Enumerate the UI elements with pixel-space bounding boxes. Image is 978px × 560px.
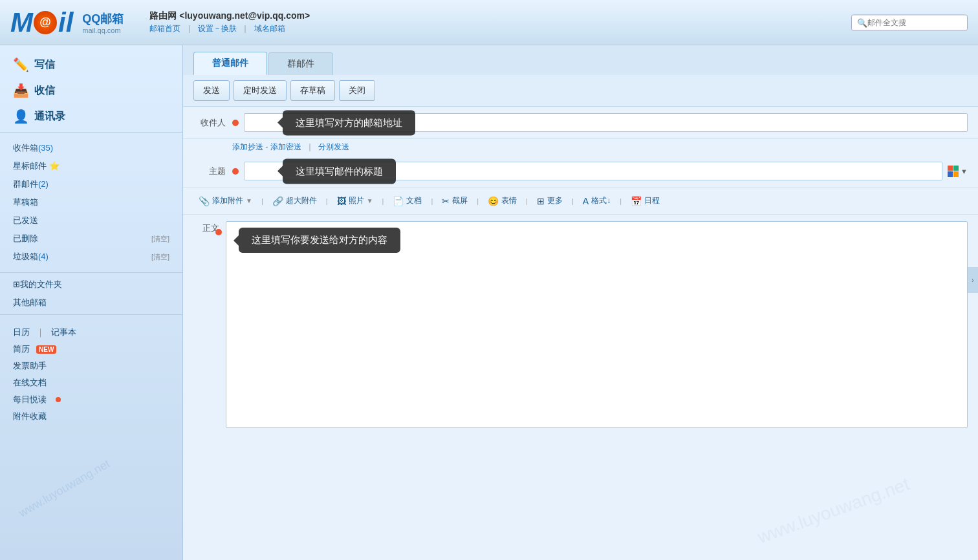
body-editor-wrap: 这里填写你要发送给对方的内容 xyxy=(226,215,968,430)
to-label: 收件人 xyxy=(193,117,226,129)
schedule-icon: 📅 xyxy=(631,196,642,206)
logo-qq-text: QQ邮箱 mail.qq.com xyxy=(82,11,124,34)
sidebar-divider3 xyxy=(0,314,182,315)
subject-row: 主题 这里填写邮件的标题 ▼ xyxy=(183,155,978,188)
folder-starred-name: 星标邮件 ⭐ xyxy=(13,160,60,172)
sidebar-item-invoice[interactable]: 发票助手 xyxy=(13,358,169,374)
brand-name: QQ邮箱 xyxy=(82,11,124,27)
add-attachment-btn[interactable]: 📎 添加附件 ▼ xyxy=(193,193,257,209)
emoji-btn[interactable]: 😊 表情 xyxy=(483,193,522,209)
scroll-right-indicator[interactable]: › xyxy=(968,267,978,293)
sidebar-item-docs[interactable]: 在线文档 xyxy=(13,374,169,391)
large-attachment-icon: 🔗 xyxy=(272,196,283,206)
brand-sub: mail.qq.com xyxy=(82,27,124,34)
folder-deleted-name: 已删除 xyxy=(13,233,38,244)
logo-il: il xyxy=(58,9,73,36)
sidebar-item-resume[interactable]: 简历 NEW xyxy=(13,341,169,358)
search-box[interactable]: 🔍 xyxy=(851,14,968,30)
document-icon: 📄 xyxy=(393,196,404,206)
sidebar-contacts[interactable]: 👤 通讯录 xyxy=(0,103,182,129)
attachment-icon: 📎 xyxy=(199,196,210,206)
my-folders-label: ⊞我的文件夹 xyxy=(13,279,62,289)
subject-color-picker[interactable]: ▼ xyxy=(948,166,968,177)
add-cc-link[interactable]: 添加抄送 xyxy=(232,142,263,151)
body-editor[interactable] xyxy=(226,221,968,428)
sidebar-write[interactable]: ✏️ 写信 xyxy=(0,52,182,78)
logo: M @ il xyxy=(10,9,73,36)
logo-m: M xyxy=(10,9,32,36)
search-icon: 🔍 xyxy=(857,17,867,27)
sidebar-item-group[interactable]: 群邮件(2) xyxy=(0,175,182,193)
nav-home[interactable]: 邮箱首页 xyxy=(149,24,180,33)
sidebar: ✏️ 写信 📥 收信 👤 通讯录 收件箱(35) 星标邮件 ⭐ 群邮件(2) xyxy=(0,45,183,560)
compose-toolbar: 发送 定时发送 存草稿 关闭 xyxy=(183,75,978,107)
folder-group-name: 群邮件(2) xyxy=(13,178,49,190)
sidebar-inbox[interactable]: 📥 收信 xyxy=(0,78,182,103)
sidebar-other-mailbox[interactable]: 其他邮箱 xyxy=(0,294,182,312)
header: M @ il QQ邮箱 mail.qq.com 路由网 <luyouwang.n… xyxy=(0,0,978,45)
sidebar-watermark: www.luyouwang.net xyxy=(16,457,112,521)
sidebar-item-reading[interactable]: 每日悦读 xyxy=(13,391,169,408)
send-separately-link[interactable]: 分别发送 xyxy=(318,142,349,151)
subject-input[interactable] xyxy=(244,162,942,180)
other-mailbox-label: 其他邮箱 xyxy=(13,297,47,307)
logo-circle: @ xyxy=(34,11,57,34)
nav-settings[interactable]: 设置－换肤 xyxy=(198,24,237,33)
body-label: 正文 xyxy=(193,215,226,430)
compose-tabs: 普通邮件 群邮件 xyxy=(183,45,978,75)
sidebar-inbox-label: 收信 xyxy=(34,84,55,98)
sidebar-item-deleted[interactable]: 已删除 [清空] xyxy=(0,230,182,248)
color-picker-arrow: ▼ xyxy=(961,167,968,175)
sidebar-divider2 xyxy=(0,272,182,273)
schedule-btn[interactable]: 📅 日程 xyxy=(625,193,665,209)
sidebar-item-sent[interactable]: 已发送 xyxy=(0,211,182,230)
large-attachment-btn[interactable]: 🔗 超大附件 xyxy=(267,193,322,209)
attachment-toolbar: 📎 添加附件 ▼ | 🔗 超大附件 | 🖼 照片 ▼ | 📄 xyxy=(183,188,978,215)
sidebar-item-attachments[interactable]: 附件收藏 xyxy=(13,408,169,425)
close-button[interactable]: 关闭 xyxy=(339,80,375,101)
subject-required-indicator xyxy=(232,168,239,175)
cc-row: 添加抄送 - 添加密送 ｜ 分别发送 xyxy=(183,139,978,155)
sidebar-item-inbox[interactable]: 收件箱(35) xyxy=(0,139,182,157)
contacts-icon: 👤 xyxy=(13,109,29,124)
screenshot-btn[interactable]: ✂ 截屏 xyxy=(437,193,473,209)
nav-links: 邮箱首页 ｜ 设置－换肤 ｜ 域名邮箱 xyxy=(149,23,310,34)
folder-inbox-name: 收件箱(35) xyxy=(13,142,53,154)
folder-deleted-action[interactable]: [清空] xyxy=(151,234,169,244)
save-draft-button[interactable]: 存草稿 xyxy=(290,80,335,101)
tab-group[interactable]: 群邮件 xyxy=(268,52,333,75)
user-display-name: 路由网 <luyouwang.net@vip.qq.com> xyxy=(149,10,310,22)
schedule-send-button[interactable]: 定时发送 xyxy=(234,80,287,101)
main-layout: ✏️ 写信 📥 收信 👤 通讯录 收件箱(35) 星标邮件 ⭐ 群邮件(2) xyxy=(0,45,978,560)
sidebar-item-drafts[interactable]: 草稿箱 xyxy=(0,193,182,211)
inbox-icon: 📥 xyxy=(13,83,29,98)
tab-normal[interactable]: 普通邮件 xyxy=(193,52,267,75)
sidebar-item-spam[interactable]: 垃圾箱(4) [清空] xyxy=(0,248,182,266)
folder-drafts-name: 草稿箱 xyxy=(13,197,38,208)
to-input[interactable] xyxy=(244,113,968,132)
write-icon: ✏️ xyxy=(13,57,29,72)
sidebar-item-calendar[interactable]: 日历 ｜ 记事本 xyxy=(13,324,169,341)
photo-btn[interactable]: 🖼 照片 ▼ xyxy=(332,193,378,209)
more-btn[interactable]: ⊞ 更多 xyxy=(532,193,568,209)
sidebar-contacts-label: 通讯录 xyxy=(34,110,65,124)
sidebar-item-starred[interactable]: 星标邮件 ⭐ xyxy=(0,157,182,175)
nav-domain[interactable]: 域名邮箱 xyxy=(254,24,285,33)
sidebar-my-folders[interactable]: ⊞我的文件夹 xyxy=(0,275,182,294)
to-required-indicator xyxy=(232,120,239,126)
screenshot-icon: ✂ xyxy=(442,196,450,206)
to-input-wrap: 这里填写对方的邮箱地址 xyxy=(244,113,968,132)
add-bcc-link[interactable]: 添加密送 xyxy=(270,142,301,151)
sidebar-divider xyxy=(0,132,182,133)
subject-input-wrap: 这里填写邮件的标题 ▼ xyxy=(244,162,968,180)
format-btn[interactable]: A 格式↓ xyxy=(578,193,616,209)
subject-label: 主题 xyxy=(193,166,226,177)
send-button[interactable]: 发送 xyxy=(193,80,230,101)
to-row: 收件人 这里填写对方的邮箱地址 xyxy=(183,107,978,139)
document-btn[interactable]: 📄 文档 xyxy=(387,193,427,209)
body-required-indicator xyxy=(215,229,222,235)
folder-sent-name: 已发送 xyxy=(13,215,38,226)
search-input[interactable] xyxy=(867,18,958,27)
folder-spam-action[interactable]: [清空] xyxy=(151,252,169,262)
sidebar-tools: 日历 ｜ 记事本 简历 NEW 发票助手 在线文档 每日悦读 附件收藏 xyxy=(0,318,182,431)
